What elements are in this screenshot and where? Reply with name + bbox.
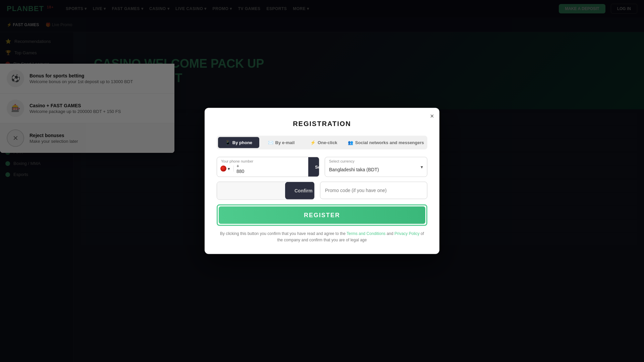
promo-code-input[interactable]	[320, 182, 427, 199]
oneclick-tab-icon: ⚡	[310, 140, 316, 145]
phone-tab-label: By phone	[232, 140, 252, 145]
social-tab-icon: 👥	[348, 140, 353, 145]
tab-phone[interactable]: 📱 By phone	[218, 137, 259, 148]
phone-tab-icon: 📱	[225, 140, 230, 145]
confirm-code-input[interactable]	[217, 182, 285, 199]
confirm-button[interactable]: Confirm	[285, 182, 315, 199]
currency-label: Select currency	[329, 159, 355, 163]
confirm-group: Confirm	[217, 182, 315, 200]
phone-flag-selector[interactable]: ▾	[217, 166, 234, 172]
tab-social[interactable]: 👥 Social networks and messengers	[346, 137, 426, 148]
phone-group: Your phone number ▾ + 880 Send SMS	[217, 157, 319, 177]
tab-email[interactable]: ✉️ By e-mail	[261, 137, 302, 148]
email-tab-label: By e-mail	[275, 140, 295, 145]
phone-prefix: + 880	[234, 163, 247, 174]
currency-group: Select currency Bangladeshi taka (BDT) U…	[325, 157, 427, 177]
confirm-promo-row: Confirm	[217, 182, 427, 200]
modal-title: REGISTRATION	[217, 120, 427, 128]
email-tab-icon: ✉️	[268, 140, 273, 145]
send-sms-button[interactable]: Send SMS	[308, 157, 319, 177]
privacy-link[interactable]: Privacy Policy	[394, 231, 420, 236]
terms-link[interactable]: Terms and Conditions	[346, 231, 385, 236]
disclaimer-text: By clicking this button you confirm that…	[217, 231, 427, 243]
chevron-down-icon: ▾	[228, 166, 230, 171]
register-button-wrap: REGISTER	[217, 204, 427, 226]
phone-currency-row: Your phone number ▾ + 880 Send SMS Selec…	[217, 157, 427, 177]
social-tab-label: Social networks and messengers	[355, 140, 424, 145]
registration-modal: × REGISTRATION 📱 By phone ✉️ By e-mail ⚡…	[205, 108, 439, 254]
oneclick-tab-label: One-click	[318, 140, 337, 145]
flag-circle	[220, 166, 226, 172]
registration-tabs: 📱 By phone ✉️ By e-mail ⚡ One-click 👥 So…	[217, 136, 427, 149]
phone-number-input[interactable]	[247, 166, 308, 171]
modal-close-button[interactable]: ×	[430, 113, 434, 119]
tab-oneclick[interactable]: ⚡ One-click	[303, 137, 344, 148]
register-button[interactable]: REGISTER	[219, 206, 425, 224]
phone-label: Your phone number	[221, 159, 253, 163]
